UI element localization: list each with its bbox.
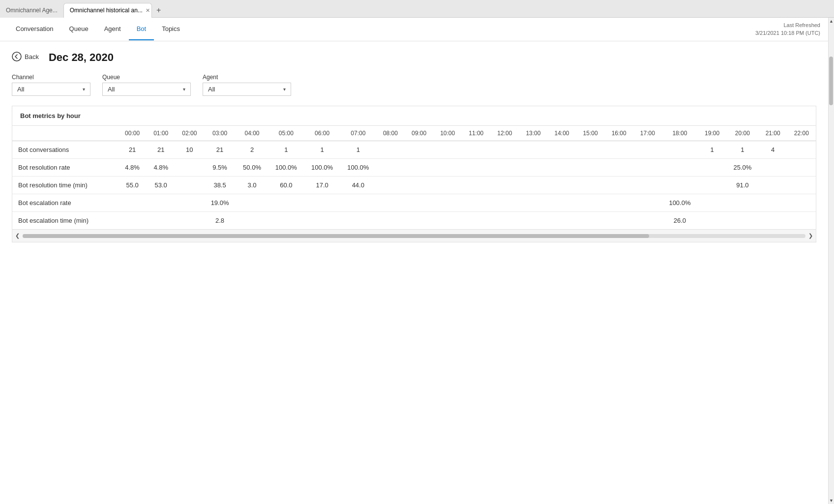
cell-0-11:00 bbox=[462, 141, 490, 159]
cell-4-08:00 bbox=[376, 212, 405, 230]
col-header-04: 04:00 bbox=[236, 126, 268, 141]
cell-0-21:00: 4 bbox=[759, 141, 787, 159]
cell-1-13:00 bbox=[519, 159, 547, 177]
cell-3-19:00 bbox=[698, 194, 726, 212]
cell-2-13:00 bbox=[519, 177, 547, 194]
cell-3-06:00 bbox=[304, 194, 340, 212]
v-scroll-thumb bbox=[829, 57, 833, 105]
vertical-scrollbar[interactable]: ▲ ▼ bbox=[828, 18, 834, 504]
cell-4-09:00 bbox=[405, 212, 433, 230]
scroll-thumb bbox=[23, 234, 649, 238]
cell-4-20:00 bbox=[726, 212, 758, 230]
tab-bot[interactable]: Bot bbox=[129, 18, 154, 40]
new-tab-button[interactable]: + bbox=[152, 3, 166, 17]
scroll-right-arrow[interactable]: ❯ bbox=[805, 232, 816, 240]
cell-3-10:00 bbox=[433, 194, 462, 212]
table-title: Bot metrics by hour bbox=[12, 106, 816, 126]
filter-channel-select[interactable]: All ▾ bbox=[12, 83, 90, 96]
col-header-11: 11:00 bbox=[462, 126, 490, 141]
cell-1-15:00 bbox=[576, 159, 605, 177]
cell-2-21:00 bbox=[759, 177, 787, 194]
tab-topics[interactable]: Topics bbox=[154, 18, 188, 40]
col-header-09: 09:00 bbox=[405, 126, 433, 141]
cell-4-10:00 bbox=[433, 212, 462, 230]
tab-agent[interactable]: Agent bbox=[96, 18, 129, 40]
page-header: Back Dec 28, 2020 bbox=[12, 51, 816, 64]
back-button[interactable]: Back bbox=[12, 52, 39, 61]
cell-1-21:00 bbox=[759, 159, 787, 177]
cell-1-06:00: 100.0% bbox=[304, 159, 340, 177]
filter-agent-label: Agent bbox=[203, 74, 291, 81]
cell-2-15:00 bbox=[576, 177, 605, 194]
cell-4-06:00 bbox=[304, 212, 340, 230]
cell-1-11:00 bbox=[462, 159, 490, 177]
table-header-row: 00:00 01:00 02:00 03:00 04:00 05:00 06:0… bbox=[12, 126, 816, 141]
cell-2-07:00: 44.0 bbox=[340, 177, 376, 194]
scroll-down-arrow[interactable]: ▼ bbox=[829, 497, 834, 504]
filter-agent-value: All bbox=[208, 86, 215, 93]
row-label-2: Bot resolution time (min) bbox=[12, 177, 118, 194]
scroll-left-arrow[interactable]: ❮ bbox=[12, 232, 23, 240]
cell-3-01:00 bbox=[147, 194, 175, 212]
cell-3-12:00 bbox=[490, 194, 519, 212]
cell-0-16:00 bbox=[605, 141, 633, 159]
col-header-20: 20:00 bbox=[726, 126, 758, 141]
cell-4-13:00 bbox=[519, 212, 547, 230]
cell-1-09:00 bbox=[405, 159, 433, 177]
scroll-track[interactable] bbox=[23, 234, 805, 238]
row-label-3: Bot escalation rate bbox=[12, 194, 118, 212]
chevron-down-icon-3: ▾ bbox=[283, 87, 286, 92]
col-header-21: 21:00 bbox=[759, 126, 787, 141]
cell-2-03:00: 38.5 bbox=[204, 177, 236, 194]
cell-0-08:00 bbox=[376, 141, 405, 159]
col-header-02: 02:00 bbox=[175, 126, 204, 141]
filter-queue-select[interactable]: All ▾ bbox=[102, 83, 191, 96]
cell-3-11:00 bbox=[462, 194, 490, 212]
cell-0-22:00 bbox=[787, 141, 816, 159]
filters-row: Channel All ▾ Queue All ▾ bbox=[12, 74, 816, 96]
cell-2-16:00 bbox=[605, 177, 633, 194]
close-tab-icon[interactable]: ✕ bbox=[146, 7, 150, 14]
cell-0-00:00: 21 bbox=[118, 141, 147, 159]
cell-1-22:00 bbox=[787, 159, 816, 177]
cell-1-00:00: 4.8% bbox=[118, 159, 147, 177]
cell-3-21:00 bbox=[759, 194, 787, 212]
cell-3-15:00 bbox=[576, 194, 605, 212]
browser-tab-2[interactable]: Omnichannel historical an... ✕ bbox=[63, 3, 152, 18]
filter-queue-value: All bbox=[108, 86, 115, 93]
cell-0-05:00: 1 bbox=[268, 141, 304, 159]
cell-1-05:00: 100.0% bbox=[268, 159, 304, 177]
browser-tab-1[interactable]: Omnichannel Age... bbox=[0, 3, 63, 18]
table-row: Bot escalation time (min)2.826.0 bbox=[12, 212, 816, 230]
scroll-up-arrow[interactable]: ▲ bbox=[829, 18, 834, 25]
cell-0-04:00: 2 bbox=[236, 141, 268, 159]
col-header-03: 03:00 bbox=[204, 126, 236, 141]
tab-queue[interactable]: Queue bbox=[61, 18, 96, 40]
cell-1-03:00: 9.5% bbox=[204, 159, 236, 177]
cell-3-02:00 bbox=[175, 194, 204, 212]
cell-0-19:00: 1 bbox=[698, 141, 726, 159]
cell-2-06:00: 17.0 bbox=[304, 177, 340, 194]
table-scroll-area[interactable]: 00:00 01:00 02:00 03:00 04:00 05:00 06:0… bbox=[12, 126, 816, 229]
col-header-13: 13:00 bbox=[519, 126, 547, 141]
cell-2-05:00: 60.0 bbox=[268, 177, 304, 194]
tab-conversation[interactable]: Conversation bbox=[8, 18, 61, 40]
horizontal-scrollbar[interactable]: ❮ ❯ bbox=[12, 229, 816, 242]
cell-4-16:00 bbox=[605, 212, 633, 230]
cell-1-02:00 bbox=[175, 159, 204, 177]
cell-2-09:00 bbox=[405, 177, 433, 194]
col-header-06: 06:00 bbox=[304, 126, 340, 141]
filter-agent-select[interactable]: All ▾ bbox=[203, 83, 291, 96]
cell-0-20:00: 1 bbox=[726, 141, 758, 159]
cell-3-13:00 bbox=[519, 194, 547, 212]
cell-2-11:00 bbox=[462, 177, 490, 194]
cell-0-06:00: 1 bbox=[304, 141, 340, 159]
cell-4-05:00 bbox=[268, 212, 304, 230]
filter-queue-label: Queue bbox=[102, 74, 191, 81]
cell-4-04:00 bbox=[236, 212, 268, 230]
col-header-07: 07:00 bbox=[340, 126, 376, 141]
table-row: Bot resolution rate4.8%4.8%9.5%50.0%100.… bbox=[12, 159, 816, 177]
cell-1-20:00: 25.0% bbox=[726, 159, 758, 177]
cell-3-04:00 bbox=[236, 194, 268, 212]
cell-2-22:00 bbox=[787, 177, 816, 194]
